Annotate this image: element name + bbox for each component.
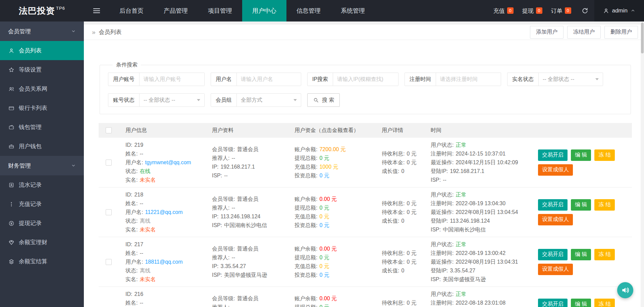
add-user-button[interactable]: 添加用户 (530, 26, 564, 39)
quick-orders[interactable]: 订单 0 (547, 0, 576, 21)
select-value: -- 全部状态 -- (539, 73, 595, 86)
header-user-profile: 用户资料 (205, 127, 288, 134)
recharge-total[interactable]: 0 元 (319, 212, 329, 221)
field-label: 推荐人: (212, 303, 229, 307)
trade-toggle-button[interactable]: 交易开启 (538, 199, 568, 211)
account-status-select[interactable]: 账号状态 -- 全部状态 -- (108, 93, 205, 107)
menu-toggle-button[interactable] (84, 0, 109, 21)
user-status: 正常 (455, 141, 466, 149)
refresh-button[interactable] (576, 0, 594, 21)
table-row: ID:216 姓名:-- 用户名: 状态: 实名: 会员等级:普通会员 推荐人:… (99, 287, 632, 307)
field-label: 提现总额: (294, 253, 317, 262)
register-time-input[interactable] (436, 73, 501, 86)
search-button[interactable]: 搜 索 (307, 93, 340, 107)
set-fake-user-button[interactable]: 设置成假人 (538, 264, 573, 275)
edit-button[interactable]: 编 辑 (571, 149, 591, 161)
field-label: ID: (125, 190, 132, 199)
top-nav: 后台首页 产品管理 项目管理 用户中心 信息管理 系统管理 (109, 0, 375, 21)
withdraw-total[interactable]: 0 元 (319, 253, 329, 262)
sidebar-group-finance-mgmt[interactable]: 财务管理 (0, 156, 84, 175)
ip-search-input[interactable] (333, 73, 398, 86)
nav-item-user-center[interactable]: 用户中心 (242, 0, 286, 21)
edit-button[interactable]: 编 辑 (571, 249, 591, 260)
trade-toggle-button[interactable]: 交易开启 (538, 249, 568, 260)
invest-total[interactable]: 0 元 (319, 271, 329, 279)
withdraw-total[interactable]: 0 元 (319, 204, 329, 212)
field-label: 姓名: (125, 199, 138, 208)
username-link[interactable]: 18811@qq.com (145, 258, 182, 266)
refresh-icon (582, 7, 588, 14)
withdraw-total[interactable]: 0 元 (319, 154, 329, 163)
quick-withdraw[interactable]: 提现 0 (518, 0, 547, 21)
realname-status-select[interactable]: 实名状态 -- 全部状态 -- (507, 73, 603, 86)
vertical-scrollbar[interactable] (641, 21, 644, 307)
sidebar-item-user-wallet[interactable]: 用户钱包 (0, 137, 84, 156)
withdraw-total[interactable]: 0 元 (319, 303, 329, 307)
member-group-select[interactable]: 会员组 全部方式 (211, 93, 301, 107)
edit-button[interactable]: 编 辑 (571, 199, 591, 211)
username-link[interactable]: tgymwnet@qq.com (145, 158, 191, 167)
trade-toggle-button[interactable]: 交易开启 (538, 149, 568, 161)
freeze-button[interactable]: 冻 结 (594, 149, 614, 161)
trade-toggle-button[interactable]: 交易开启 (538, 299, 568, 307)
delete-user-button[interactable]: 删除用户 (604, 26, 638, 39)
freeze-button[interactable]: 冻 结 (594, 249, 614, 260)
logo-version: TP6 (56, 6, 65, 11)
username-link[interactable]: 11221@qq.com (145, 208, 182, 217)
chevron-down-icon (293, 99, 297, 101)
field-label: 用户名: (125, 258, 143, 266)
sidebar-item-withdraw-records[interactable]: 提现记录 (0, 214, 84, 233)
username-input[interactable] (237, 73, 301, 86)
sidebar-item-yuebao-settlement[interactable]: 余额宝结算 (0, 252, 84, 271)
realname-status: 未实名 (140, 176, 156, 184)
field-label: 提现总额: (294, 303, 317, 307)
user-menu[interactable]: admin (594, 0, 644, 21)
row-checkbox[interactable] (106, 160, 112, 166)
filter-label: 实名状态 (507, 73, 539, 86)
sidebar-item-label: 余额宝结算 (19, 258, 47, 265)
row-checkbox[interactable] (106, 259, 112, 265)
set-fake-user-button[interactable]: 设置成假人 (538, 214, 573, 225)
last-operation: 2024年12月15日 10:42:09 (455, 158, 518, 167)
row-checkbox[interactable] (106, 209, 112, 215)
edit-button[interactable]: 编 辑 (571, 299, 591, 307)
recharge-total[interactable]: 0 元 (319, 262, 329, 271)
field-label: 成长值: (382, 167, 399, 176)
scrollbar-thumb[interactable] (641, 23, 644, 53)
nav-item-products[interactable]: 产品管理 (154, 0, 198, 21)
freeze-button[interactable]: 冻 结 (594, 199, 614, 211)
sidebar-item-wallet-mgmt[interactable]: 钱包管理 (0, 118, 84, 137)
account-balance[interactable]: 0.00 元 (319, 195, 337, 204)
search-icon (313, 97, 319, 103)
freeze-user-button[interactable]: 冻结用户 (567, 26, 601, 39)
sidebar-item-recharge-records[interactable]: 充值记录 (0, 194, 84, 214)
sidebar-item-bank-card-list[interactable]: 银行卡列表 (0, 98, 84, 118)
sound-toggle-button[interactable] (617, 282, 633, 298)
ip-value: 3.35.54.27 (221, 262, 246, 271)
invest-total[interactable]: 0 元 (319, 221, 329, 230)
nav-item-projects[interactable]: 项目管理 (198, 0, 242, 21)
sidebar-item-flow-records[interactable]: 流水记录 (0, 175, 84, 194)
nav-item-home[interactable]: 后台首页 (109, 0, 154, 21)
pending-principal: 0 元 (407, 208, 416, 217)
sidebar-group-member-mgmt[interactable]: 会员管理 (0, 21, 84, 41)
sidebar-item-level-settings[interactable]: 等级设置 (0, 60, 84, 79)
freeze-button[interactable]: 冻 结 (594, 299, 614, 307)
nav-item-system[interactable]: 系统管理 (331, 0, 375, 21)
sidebar-item-yuebao-finance[interactable]: 余额宝理财 (0, 233, 84, 252)
ip-value: 113.246.198.124 (221, 212, 261, 221)
isp-value: 中国湖南长沙电信 (224, 221, 267, 230)
invest-total[interactable]: 0 元 (319, 171, 329, 180)
select-all-checkbox[interactable] (106, 127, 112, 133)
sidebar-item-member-network[interactable]: 会员关系网 (0, 79, 84, 98)
account-balance[interactable]: 0.00 元 (319, 294, 337, 303)
set-fake-user-button[interactable]: 设置成假人 (538, 164, 573, 176)
account-balance[interactable]: 7200.00 元 (319, 145, 345, 154)
account-balance[interactable]: 0.00 元 (319, 245, 337, 253)
field-label: 成长值: (382, 217, 399, 225)
user-account-input[interactable] (140, 73, 204, 86)
quick-recharge[interactable]: 充值 0 (489, 0, 518, 21)
sidebar-item-member-list[interactable]: 会员列表 (0, 41, 84, 60)
nav-item-info[interactable]: 信息管理 (286, 0, 331, 21)
recharge-total[interactable]: 1000 元 (319, 163, 338, 171)
